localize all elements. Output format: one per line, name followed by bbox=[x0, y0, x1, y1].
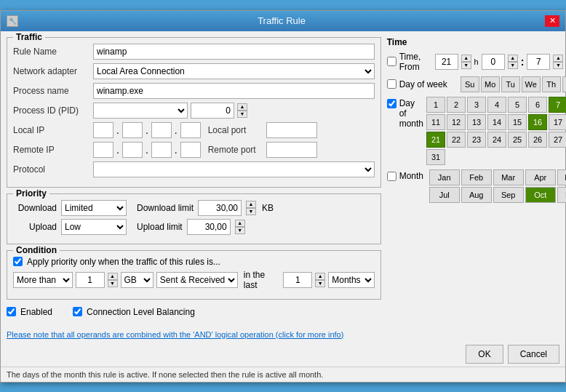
time-from-label: Time, From bbox=[399, 52, 432, 72]
period-select[interactable]: Months bbox=[328, 272, 374, 288]
footer-note[interactable]: Please note that all operands are combin… bbox=[1, 327, 565, 342]
dl-spin-down[interactable]: ▼ bbox=[246, 208, 256, 215]
clb-checkbox[interactable] bbox=[73, 307, 82, 316]
cancel-button[interactable]: Cancel bbox=[508, 345, 559, 364]
month-cell-jan[interactable]: Jan bbox=[429, 169, 460, 185]
dow-btn-fr[interactable]: Fr bbox=[562, 76, 566, 92]
ok-button[interactable]: OK bbox=[466, 345, 503, 364]
dom-cell-17[interactable]: 17 bbox=[549, 114, 566, 130]
cv-spin-up[interactable]: ▲ bbox=[108, 273, 118, 280]
pid-spin-up[interactable]: ▲ bbox=[237, 103, 247, 111]
rule-name-input[interactable] bbox=[93, 44, 375, 60]
month-cell-apr[interactable]: Apr bbox=[525, 169, 556, 185]
network-adapter-row: Network adapter Local Area Connection bbox=[13, 63, 375, 79]
hour1-input[interactable] bbox=[435, 54, 458, 70]
more-than-select[interactable]: More than bbox=[13, 272, 73, 288]
month-cell-oct[interactable]: Oct bbox=[525, 187, 556, 203]
remote-ip-2[interactable] bbox=[122, 142, 143, 158]
local-port-input[interactable] bbox=[266, 122, 317, 138]
month-checkbox[interactable] bbox=[387, 172, 396, 181]
dom-cell-21[interactable]: 21 bbox=[426, 132, 445, 148]
dom-cell-16[interactable]: 16 bbox=[528, 114, 547, 130]
process-name-input[interactable] bbox=[93, 83, 375, 99]
hour2-input[interactable] bbox=[527, 54, 550, 70]
dom-cell-23[interactable]: 23 bbox=[467, 132, 486, 148]
cv-spin-down[interactable]: ▼ bbox=[108, 280, 118, 287]
unit-select[interactable]: GB bbox=[121, 272, 154, 288]
enabled-checkbox[interactable] bbox=[7, 307, 16, 316]
dom-cell-14[interactable]: 14 bbox=[487, 114, 506, 130]
dom-cell-24[interactable]: 24 bbox=[487, 132, 506, 148]
protocol-select[interactable] bbox=[93, 161, 375, 177]
month-cell-aug[interactable]: Aug bbox=[461, 187, 492, 203]
dom-cell-22[interactable]: 22 bbox=[447, 132, 466, 148]
month-cell-mar[interactable]: Mar bbox=[493, 169, 524, 185]
remote-ip-3[interactable] bbox=[151, 142, 172, 158]
dom-cell-11[interactable]: 11 bbox=[426, 114, 445, 130]
dow-checkbox[interactable] bbox=[387, 79, 396, 89]
dom-cell-7[interactable]: 7 bbox=[549, 97, 566, 113]
ul-spin-up[interactable]: ▲ bbox=[235, 220, 245, 227]
dom-cell-25[interactable]: 25 bbox=[508, 132, 527, 148]
m1-down[interactable]: ▼ bbox=[508, 62, 518, 69]
local-ip-3[interactable] bbox=[151, 122, 172, 138]
month-cell-feb[interactable]: Feb bbox=[461, 169, 492, 185]
download-select[interactable]: Limited bbox=[61, 200, 127, 216]
direction-select[interactable]: Sent & Received bbox=[156, 272, 238, 288]
lv-spin-up[interactable]: ▲ bbox=[315, 273, 325, 280]
ul-spin-down[interactable]: ▼ bbox=[235, 227, 245, 234]
last-value-input[interactable] bbox=[283, 272, 312, 288]
dom-cell-3[interactable]: 3 bbox=[467, 97, 486, 113]
dow-btn-mo[interactable]: Mo bbox=[481, 76, 500, 92]
h1-down[interactable]: ▼ bbox=[461, 62, 471, 69]
remote-ip-1[interactable] bbox=[93, 142, 113, 158]
upload-limit-input[interactable] bbox=[187, 219, 231, 235]
upload-select[interactable]: Low bbox=[61, 219, 127, 235]
dom-cell-15[interactable]: 15 bbox=[508, 114, 527, 130]
condition-value-input[interactable] bbox=[76, 272, 105, 288]
dom-cell-5[interactable]: 5 bbox=[508, 97, 527, 113]
dow-btn-tu[interactable]: Tu bbox=[501, 76, 520, 92]
traffic-group: Traffic Rule Name Network adapter Local … bbox=[7, 37, 381, 188]
colon: : bbox=[521, 56, 525, 68]
dom-cell-4[interactable]: 4 bbox=[487, 97, 506, 113]
dow-btn-th[interactable]: Th bbox=[542, 76, 561, 92]
download-limit-input[interactable] bbox=[198, 200, 242, 216]
process-id-select[interactable] bbox=[93, 103, 188, 119]
time-from-checkbox[interactable] bbox=[387, 57, 396, 66]
h2-down[interactable]: ▼ bbox=[553, 62, 563, 69]
network-adapter-select[interactable]: Local Area Connection bbox=[93, 63, 375, 79]
remote-ip-4[interactable] bbox=[180, 142, 201, 158]
local-ip-4[interactable] bbox=[180, 122, 201, 138]
process-id-input[interactable] bbox=[191, 103, 234, 119]
close-button[interactable]: ✕ bbox=[545, 15, 559, 27]
dow-btn-su[interactable]: Su bbox=[461, 76, 479, 92]
h2-up[interactable]: ▲ bbox=[553, 55, 563, 62]
apply-checkbox[interactable] bbox=[13, 257, 23, 266]
dom-cell-13[interactable]: 13 bbox=[467, 114, 486, 130]
dom-cell-31[interactable]: 31 bbox=[426, 149, 445, 165]
dom-cell-2[interactable]: 2 bbox=[447, 97, 466, 113]
m1-up[interactable]: ▲ bbox=[508, 55, 518, 62]
remote-ip-label: Remote IP bbox=[13, 145, 93, 155]
dom-cell-1[interactable]: 1 bbox=[426, 97, 445, 113]
min1-input[interactable] bbox=[482, 54, 505, 70]
dom-cell-27[interactable]: 27 bbox=[549, 132, 566, 148]
dom-cell-6[interactable]: 6 bbox=[528, 97, 547, 113]
month-cell-jul[interactable]: Jul bbox=[429, 187, 460, 203]
month-cell-nov[interactable]: Nov bbox=[557, 187, 566, 203]
dow-label: Day of week bbox=[399, 79, 458, 89]
dom-checkbox[interactable] bbox=[387, 99, 396, 108]
dom-cell-26[interactable]: 26 bbox=[528, 132, 547, 148]
dow-btn-we[interactable]: We bbox=[522, 76, 541, 92]
dom-cell-12[interactable]: 12 bbox=[447, 114, 466, 130]
dl-spin-up[interactable]: ▲ bbox=[246, 201, 256, 208]
local-ip-1[interactable] bbox=[93, 122, 113, 138]
month-cell-sep[interactable]: Sep bbox=[493, 187, 524, 203]
remote-port-input[interactable] bbox=[266, 142, 317, 158]
pid-spin-down[interactable]: ▼ bbox=[237, 111, 247, 118]
local-ip-2[interactable] bbox=[122, 122, 143, 138]
h1-up[interactable]: ▲ bbox=[461, 55, 471, 62]
month-cell-may[interactable]: May bbox=[557, 169, 566, 185]
lv-spin-down[interactable]: ▼ bbox=[315, 280, 325, 287]
